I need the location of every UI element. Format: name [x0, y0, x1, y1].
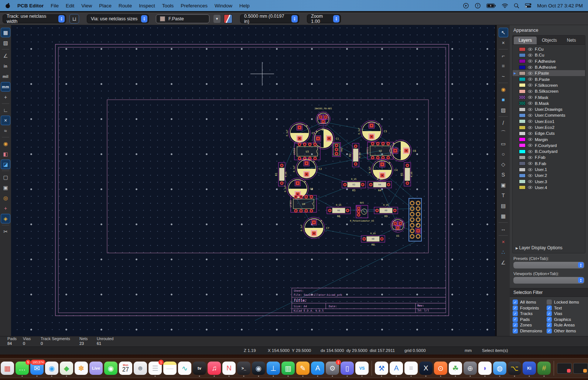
component-RV2[interactable]: RV2	[332, 143, 343, 157]
filter-rule-areas[interactable]: ✓Rule Areas	[547, 322, 585, 328]
dock-facetime[interactable]: ◉	[104, 362, 117, 375]
presets-select[interactable]: ▲▼	[513, 262, 584, 268]
pad-display-mode-icon[interactable]: ◎	[1, 193, 10, 203]
checkbox-icon[interactable]: ✓	[513, 317, 518, 322]
add-text-tool[interactable]: T	[499, 191, 508, 200]
layer-color-swatch[interactable]	[519, 89, 526, 93]
grid-origin-tool[interactable]: ∴	[499, 247, 508, 257]
layer-display-options[interactable]: Layer Display Options	[513, 243, 585, 253]
layer-visibility-eye-icon[interactable]	[528, 168, 533, 171]
net-highlight-icon[interactable]: ◉	[1, 139, 10, 148]
layer-visibility-eye-icon[interactable]	[528, 66, 533, 69]
dock-reminders[interactable]: ☰1	[148, 362, 162, 375]
dock-music[interactable]: ♫	[208, 362, 221, 375]
layer-color-swatch[interactable]	[519, 101, 526, 105]
high-contrast-mode-icon[interactable]: ◈	[1, 214, 10, 223]
layer-row-b.paste[interactable]: ▶B.Paste	[513, 76, 585, 82]
filter-all-items[interactable]: ✓All items	[513, 299, 545, 305]
layer-visibility-eye-icon[interactable]	[528, 120, 533, 123]
layer-color-swatch[interactable]	[519, 143, 526, 147]
filter-pads[interactable]: ✓Pads	[513, 317, 545, 322]
layer-color-swatch[interactable]	[519, 137, 526, 141]
dock-safari[interactable]: ◉	[45, 362, 58, 375]
component-C2[interactable]: +C20.1uF	[293, 158, 322, 179]
layer-row-f.paste[interactable]: ▶F.Paste	[513, 70, 585, 76]
checkbox-icon[interactable]: ✓	[513, 322, 518, 328]
dock-mongodb[interactable]: ☘	[449, 362, 462, 375]
dock-steam[interactable]: ◉	[252, 362, 265, 375]
active-layer-selector[interactable]: F.Paste	[156, 14, 209, 23]
dock-x-app[interactable]: X	[419, 362, 433, 375]
filter-text[interactable]: ✓Text	[547, 305, 585, 311]
zoom-dropdown[interactable]: Zoom 1.00 ▲▼	[307, 14, 341, 23]
component-U4[interactable]: U4LF353	[289, 195, 317, 213]
grid-dots-icon[interactable]: ▦	[1, 28, 10, 37]
menu-view[interactable]: View	[81, 3, 92, 8]
viewports-select[interactable]: ▲▼	[513, 277, 584, 284]
filter-graphics[interactable]: ✓Graphics	[547, 317, 585, 322]
add-dimension-tool[interactable]: ↔	[499, 224, 508, 234]
dock-postman[interactable]: ⊙	[434, 362, 447, 375]
checkbox-icon[interactable]: ✓	[513, 299, 518, 305]
layer-row-user.eco1[interactable]: ▶User.Eco1	[513, 119, 585, 124]
layer-visibility-eye-icon[interactable]	[528, 59, 533, 63]
layer-visibility-eye-icon[interactable]	[528, 90, 533, 93]
dock-xcode[interactable]: ⚒	[375, 362, 388, 375]
filter-other-items[interactable]: ✓Other items	[547, 328, 585, 334]
dock-maps[interactable]: ◆	[60, 362, 73, 375]
component-J1[interactable]	[409, 198, 421, 241]
layer-color-swatch[interactable]	[519, 65, 526, 69]
layer-visibility-eye-icon[interactable]	[528, 96, 533, 99]
draw-line-tool[interactable]: /	[499, 118, 508, 128]
polar-coordinates-icon[interactable]: ∠	[1, 51, 10, 61]
component-R2[interactable]: R2R_US	[349, 143, 361, 167]
layer-row-b.silkscreen[interactable]: ▶B.Silkscreen	[513, 88, 585, 94]
layer-row-user.comments[interactable]: ▶User.Comments	[513, 112, 585, 118]
layer-row-b.mask[interactable]: ▶B.Mask	[513, 100, 585, 106]
units-mils[interactable]: mil	[1, 72, 10, 81]
layer-color-swatch[interactable]	[519, 168, 526, 172]
now-playing-icon[interactable]	[463, 3, 469, 9]
dock-notes[interactable]: —	[163, 362, 177, 375]
checkbox-icon[interactable]: ✓	[513, 311, 518, 316]
add-rule-area-tool[interactable]: ▨	[499, 105, 508, 115]
dock-app-store[interactable]: A	[311, 362, 324, 375]
layer-color-swatch[interactable]	[519, 155, 526, 160]
component-C6[interactable]: +C6	[390, 140, 416, 161]
dock-contacts[interactable]: ☻	[134, 362, 147, 375]
dock-freeform[interactable]: ∿	[178, 362, 191, 375]
dock-launchpad[interactable]: ▦	[1, 362, 14, 375]
checkbox-icon[interactable]: ✓	[513, 328, 518, 333]
layer-visibility-eye-icon[interactable]	[528, 162, 533, 165]
layer-selector-caret[interactable]: ▼	[213, 15, 220, 23]
filter-footprints[interactable]: ✓Footprints	[513, 305, 545, 311]
auto-track-width-button[interactable]: ⊔	[69, 14, 79, 24]
layer-color-swatch[interactable]	[519, 83, 526, 87]
menu-file[interactable]: File	[51, 3, 59, 8]
layer-visibility-eye-icon[interactable]	[528, 54, 533, 57]
component-R8[interactable]: R8R_USR8	[361, 232, 385, 246]
ratsnest-visibility-icon[interactable]: ×	[1, 116, 10, 125]
menu-window[interactable]: Window	[215, 3, 232, 8]
dock-keynote[interactable]: ⊥	[267, 362, 280, 375]
layer-row-f.fab[interactable]: ▶F.Fab	[513, 154, 585, 160]
zone-outline-display-icon[interactable]: ▢	[1, 172, 10, 182]
component-C8[interactable]: +C80.1uF	[284, 178, 313, 199]
dock-developer[interactable]: A	[390, 362, 403, 375]
filter-vias[interactable]: ✓Vias	[547, 311, 585, 316]
menu-route[interactable]: Route	[119, 3, 132, 8]
select-tool[interactable]: ↖	[499, 28, 508, 37]
dock-pages[interactable]: ✎	[296, 362, 310, 375]
net-color-mode-icon[interactable]: ◧	[1, 149, 10, 159]
layer-row-f.cu[interactable]: ▶F.Cu	[513, 46, 585, 52]
grid-override-icon[interactable]: ▧	[1, 38, 10, 48]
pcb-canvas[interactable]: 2N4391_FB-RESQ1+C50.1uF+C1+C30.1uFU3LM35…	[11, 25, 495, 336]
layer-color-swatch[interactable]	[519, 107, 526, 112]
layer-color-swatch[interactable]	[519, 77, 526, 81]
layer-color-swatch[interactable]	[519, 47, 526, 51]
cursor-shape-icon[interactable]: +	[1, 92, 10, 102]
menu-tools[interactable]: Tools	[162, 3, 174, 8]
dock-siri-app[interactable]: ◍	[493, 362, 506, 375]
add-via-tool[interactable]: ◉	[499, 85, 508, 94]
layer-visibility-eye-icon[interactable]	[528, 138, 533, 141]
